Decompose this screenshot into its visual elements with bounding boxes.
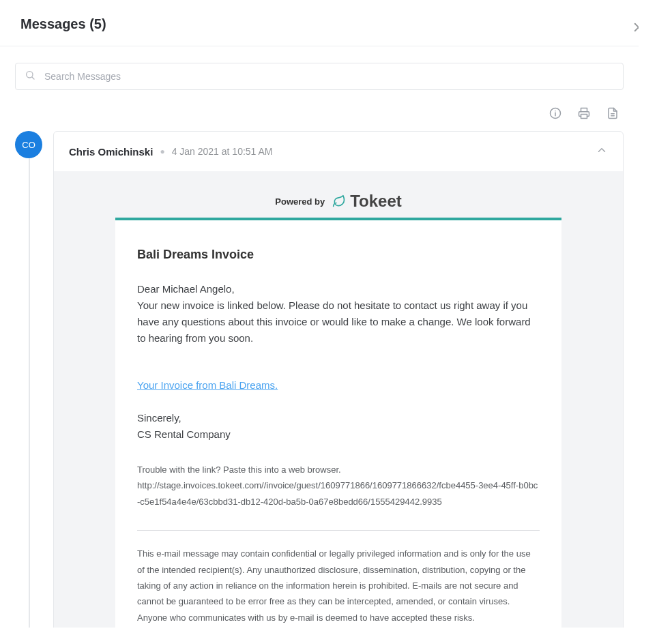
message-card: Chris Omichinski ● 4 Jan 2021 at 10:51 A… [53,131,624,628]
leaf-icon [332,194,346,208]
panel-header: Messages (5) [0,0,639,46]
timeline-line [29,157,30,628]
search-input[interactable] [15,63,624,90]
trouble-url: http://stage.invoices.tokeet.com//invoic… [137,477,540,510]
collapse-button[interactable] [596,144,608,159]
separator-dot: ● [160,147,164,156]
message-header: Chris Omichinski ● 4 Jan 2021 at 10:51 A… [54,132,623,171]
print-icon[interactable] [577,106,591,120]
avatar: CO [15,131,42,158]
sender-name: Chris Omichinski [69,146,153,158]
scroll-area[interactable]: CO Chris Omichinski ● 4 Jan 2021 at 10:5… [0,46,639,628]
powered-by-label: Powered by [275,196,325,207]
close-button[interactable] [625,14,639,41]
chevron-up-icon [596,144,608,156]
powered-by-row: Powered by Tokeet [115,192,561,218]
greeting-line: Dear Michael Angelo, [137,281,540,297]
brand-name: Tokeet [350,192,402,210]
svg-rect-7 [581,115,587,119]
email-body-text: Your new invoice is linked below. Please… [137,297,540,347]
info-icon[interactable] [549,106,562,120]
invoice-title: Bali Dreams Invoice [137,248,540,262]
invoice-link[interactable]: Your Invoice from Bali Dreams. [137,379,278,391]
sincerely-line: Sincerely, [137,410,540,426]
page-title: Messages (5) [20,16,618,32]
divider [137,530,540,531]
svg-point-6 [555,111,556,112]
company-line: CS Rental Company [137,426,540,443]
message-toolbar [15,104,624,131]
search-wrap [15,63,624,90]
message-body: Powered by Tokeet Bali Dreams Invoice De… [54,171,623,628]
disclaimer-text: This e-mail message may contain confiden… [137,546,540,625]
trouble-block: Trouble with the link? Paste this into a… [137,462,540,510]
search-icon [25,70,35,83]
message-thread: CO Chris Omichinski ● 4 Jan 2021 at 10:5… [15,131,624,628]
close-icon [632,21,639,33]
document-icon[interactable] [606,106,619,120]
message-timestamp: 4 Jan 2021 at 10:51 AM [172,146,273,157]
svg-line-3 [32,77,34,79]
messages-panel: Messages (5) CO Chris Omic [0,0,639,633]
trouble-label: Trouble with the link? Paste this into a… [137,462,540,477]
email-content-box: Bali Dreams Invoice Dear Michael Angelo,… [115,218,561,628]
